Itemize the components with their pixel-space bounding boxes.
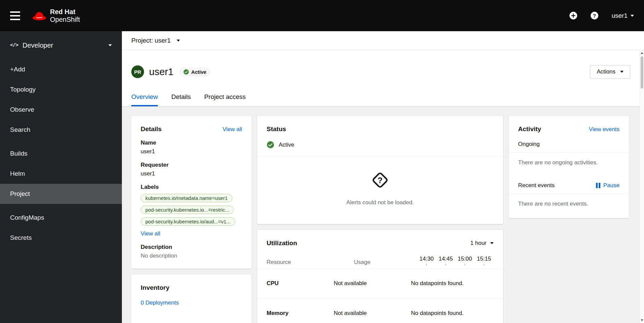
page-title: user1 [149,66,174,77]
tick-mark [465,264,465,266]
page-header: PR user1 Active Actions [122,50,644,107]
middle-column: Status Active [257,116,503,323]
usage-header: Usage [334,259,411,266]
labels-field: Labels kubernetes.io/metadata.name=user1… [141,184,242,237]
ongoing-empty-message: There are no ongoing activities. [509,153,629,174]
alerts-empty-state: ? Alerts could not be loaded. [257,156,503,224]
user-menu[interactable]: user1 [611,12,634,19]
code-icon: </> [10,43,18,48]
inventory-card: Inventory 0 Deployments [131,275,251,323]
requester-value: user1 [141,170,242,177]
label-pill[interactable]: pod-security.kubernetes.io/aud...=v1... [141,217,235,226]
caret-down-icon [108,44,112,46]
time-tick: 15:00 [455,256,474,266]
requester-label: Requester [141,162,242,168]
actions-dropdown[interactable]: Actions [590,65,630,78]
scrollbar[interactable] [640,50,644,323]
check-circle-icon [183,69,189,75]
svg-text:?: ? [593,13,596,18]
time-axis: 14:30 14:45 15:00 15:15 [417,256,494,266]
activity-card-title: Activity [518,125,541,133]
status-badge: Active [179,67,211,76]
sidebar-item-helm[interactable]: Helm [0,164,122,184]
help-icon: ? [590,11,599,20]
labels-view-all-link[interactable]: View all [141,230,160,237]
pause-button[interactable]: Pause [596,182,619,189]
tab-project-access[interactable]: Project access [204,93,246,106]
utilization-row-memory: Memory Not available No datapoints found… [257,298,503,323]
sidebar-item-label: Helm [10,170,25,177]
resource-chart-message: No datapoints found. [411,280,494,287]
sidebar-item-secrets[interactable]: Secrets [0,228,122,248]
sidebar: </> Developer +Add Topology Observe Sear… [0,31,122,323]
brand-line2: OpenShift [50,16,80,23]
tabs: Overview Details Project access [131,93,630,106]
brand-logo: Red Hat OpenShift [32,8,80,23]
tab-overview[interactable]: Overview [131,93,158,106]
labels-label: Labels [141,184,242,191]
description-field: Description No description [141,244,242,259]
time-tick: 14:30 [417,256,436,266]
nav-toggle-button[interactable] [10,10,20,21]
main-scroll-area: PR user1 Active Actions [122,50,644,323]
sidebar-item-label: Project [10,190,30,198]
pause-icon [596,183,600,188]
main-content: Project: user1 PR user1 Activ [122,31,644,323]
ongoing-section-title: Ongoing [509,133,629,152]
perspective-label: Developer [22,42,53,49]
brand-text: Red Hat OpenShift [50,8,80,23]
recent-empty-message: There are no recent events. [509,194,629,218]
sidebar-item-topology[interactable]: Topology [0,79,122,100]
app-root: Red Hat OpenShift ? user1 [0,0,644,323]
resource-chart-message: No datapoints found. [411,310,494,317]
sidebar-item-add[interactable]: +Add [0,59,122,79]
inventory-card-title: Inventory [141,284,170,291]
plus-circle-icon [569,11,578,20]
recent-events-title: Recent events [518,182,555,189]
name-label: Name [141,140,242,146]
sidebar-item-configmaps[interactable]: ConfigMaps [0,208,122,228]
pause-label: Pause [603,182,619,189]
scrollbar-up-arrow[interactable] [641,52,643,54]
tab-details[interactable]: Details [171,93,191,106]
utilization-axis-row: Resource Usage 14:30 14:45 15:00 15:15 [257,247,503,268]
project-dropdown-label: Project: user1 [131,37,171,44]
sidebar-item-label: Observe [10,106,34,113]
scrollbar-thumb[interactable] [641,56,643,89]
sidebar-item-observe[interactable]: Observe [0,100,122,120]
name-field: Name user1 [141,140,242,155]
status-badge-label: Active [191,69,206,75]
duration-dropdown[interactable]: 1 hour [470,240,494,247]
title-row: PR user1 Active Actions [131,65,630,78]
label-pill[interactable]: pod-security.kubernetes.io...=restric... [141,206,234,214]
scrollbar-down-arrow[interactable] [641,319,643,321]
details-view-all-link[interactable]: View all [223,126,242,133]
utilization-row-cpu: CPU Not available No datapoints found. [257,268,503,298]
time-tick: 15:15 [474,256,494,266]
recent-events-section: Recent events Pause [509,174,629,194]
svg-text:?: ? [378,176,383,185]
project-dropdown[interactable]: Project: user1 [131,37,180,44]
sidebar-item-label: Topology [10,86,36,93]
resource-name: CPU [267,280,334,287]
actions-label: Actions [597,68,615,75]
status-state-label: Active [279,142,294,148]
brand-line1: Red Hat [50,8,80,16]
label-pill[interactable]: kubernetes.io/metadata.name=user1 [141,194,232,202]
project-badge: PR [131,65,144,78]
quick-add-button[interactable] [569,11,578,20]
requester-field: Requester user1 [141,162,242,177]
sidebar-item-label: Builds [10,150,28,157]
hamburger-icon [10,11,20,13]
details-card-title: Details [141,125,162,133]
sidebar-item-project[interactable]: Project [0,184,122,204]
caret-down-icon [631,15,634,17]
utilization-card-title: Utilization [267,239,297,247]
sidebar-item-search[interactable]: Search [0,120,122,140]
resource-usage: Not available [334,310,411,317]
perspective-switcher[interactable]: </> Developer [0,31,122,59]
help-button[interactable]: ? [590,11,599,20]
deployments-link[interactable]: 0 Deployments [141,300,179,306]
view-events-link[interactable]: View events [589,126,619,133]
sidebar-item-builds[interactable]: Builds [0,144,122,164]
